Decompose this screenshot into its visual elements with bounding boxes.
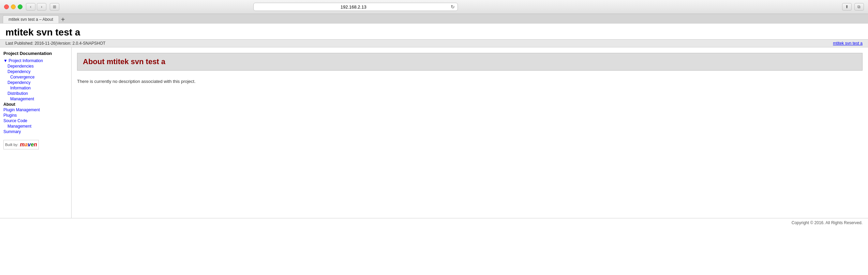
content-header-box: About mtitek svn test a xyxy=(77,53,863,71)
window-button[interactable]: ⧉ xyxy=(854,3,864,11)
page-footer: Copyright © 2016. All Rights Reserved. xyxy=(0,218,868,227)
browser-chrome: ‹ › ⊞ ↻ ⬆ ⧉ mtitek svn test a – About + xyxy=(0,0,868,24)
content-heading: About mtitek svn test a xyxy=(83,57,165,66)
share-button[interactable]: ⬆ xyxy=(842,3,852,11)
refresh-button[interactable]: ↻ xyxy=(451,4,455,10)
back-button[interactable]: ‹ xyxy=(26,3,35,11)
close-button[interactable] xyxy=(4,4,9,9)
sidebar-item-information[interactable]: Information xyxy=(3,85,68,91)
content-body: There is currently no description associ… xyxy=(77,77,863,85)
new-tab-button[interactable]: + xyxy=(59,16,67,23)
sidebar-item-source-management[interactable]: Management xyxy=(3,124,68,129)
sidebar-item-dependency[interactable]: Dependency xyxy=(3,69,68,74)
meta-version: Version: 2.0.4-SNAPSHOT xyxy=(57,41,105,46)
meta-link[interactable]: mtitek svn test a xyxy=(833,41,863,46)
page-title: mtitek svn test a xyxy=(5,27,863,38)
address-bar-container: ↻ xyxy=(253,3,458,11)
traffic-lights xyxy=(4,4,23,9)
sidebar-toggle-button[interactable]: ⊞ xyxy=(50,3,59,11)
page-meta: Last Published: 2016-11-26 | Version: 2.… xyxy=(0,40,868,47)
minimize-button[interactable] xyxy=(11,4,16,9)
address-bar[interactable] xyxy=(256,4,451,10)
sidebar-item-dependencies[interactable]: Dependencies xyxy=(3,63,68,69)
sidebar-item-plugins[interactable]: Plugins xyxy=(3,113,68,118)
footer-copyright: Copyright © 2016. All Rights Reserved. xyxy=(792,220,863,225)
maven-badge: Built by: maven xyxy=(3,140,39,149)
browser-tab[interactable]: mtitek svn test a – About xyxy=(3,15,59,23)
sidebar-item-distribution[interactable]: Distribution xyxy=(3,91,68,96)
maven-badge-inner: Built by: maven xyxy=(5,142,37,148)
maven-built-by: Built by: xyxy=(5,143,18,147)
content-area: About mtitek svn test a There is current… xyxy=(72,47,868,218)
sidebar-item-convergence[interactable]: Convergence xyxy=(3,74,68,80)
sidebar-item-plugin-management[interactable]: Plugin Management xyxy=(3,107,68,113)
tab-bar: mtitek svn test a – About + xyxy=(0,14,868,23)
meta-published: Last Published: 2016-11-26 xyxy=(5,41,56,46)
sidebar: Project Documentation ▼ Project Informat… xyxy=(0,47,72,218)
nav-buttons: ‹ › xyxy=(26,3,46,11)
sidebar-item-summary[interactable]: Summary xyxy=(3,129,68,134)
page-header: mtitek svn test a xyxy=(0,24,868,40)
sidebar-item-project-information[interactable]: ▼ Project Information xyxy=(3,58,68,63)
sidebar-item-source-code[interactable]: Source Code xyxy=(3,118,68,124)
sidebar-item-management[interactable]: Management xyxy=(3,96,68,102)
sidebar-item-about: About xyxy=(3,102,68,107)
forward-button[interactable]: › xyxy=(37,3,46,11)
maximize-button[interactable] xyxy=(18,4,23,9)
maven-logo: maven xyxy=(20,142,37,148)
browser-actions: ⬆ ⧉ xyxy=(842,3,864,11)
sidebar-section-title: Project Documentation xyxy=(3,51,68,56)
main-layout: Project Documentation ▼ Project Informat… xyxy=(0,47,868,218)
browser-toolbar: ‹ › ⊞ ↻ ⬆ ⧉ xyxy=(0,0,868,14)
sidebar-item-dependency2[interactable]: Dependency xyxy=(3,80,68,85)
